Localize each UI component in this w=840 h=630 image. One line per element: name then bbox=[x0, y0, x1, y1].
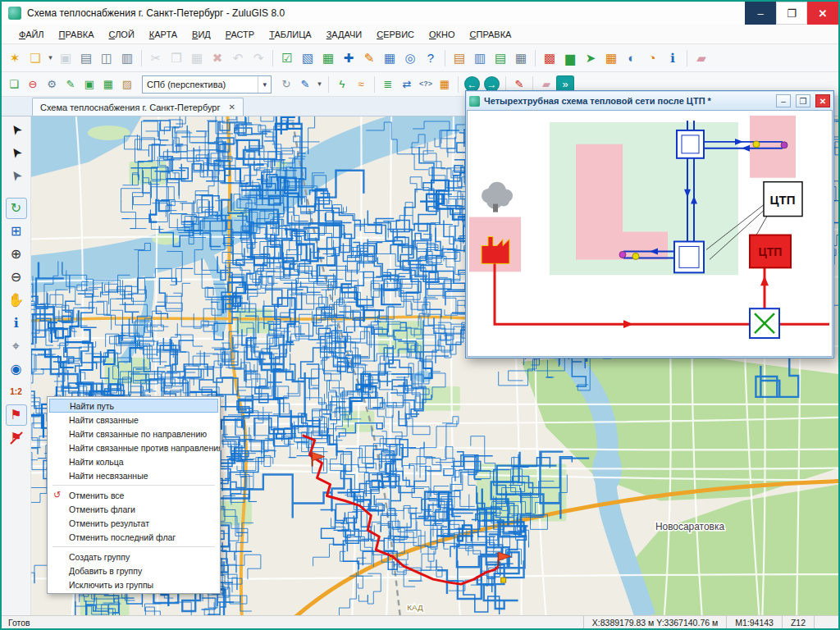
eraser-icon[interactable]: ▰ bbox=[692, 48, 711, 68]
table-orange-icon[interactable]: ▦ bbox=[436, 75, 454, 94]
save-icon[interactable]: ▣ bbox=[56, 48, 75, 68]
import-sheet-icon[interactable]: ▤ bbox=[491, 48, 510, 68]
context-menu-item[interactable]: Найти кольца bbox=[48, 454, 220, 468]
report-icon[interactable]: ▤ bbox=[450, 48, 469, 68]
context-menu-item[interactable]: Отменить результат bbox=[48, 516, 220, 530]
survey-tool-icon[interactable]: ⌖ bbox=[6, 336, 27, 357]
delete-icon[interactable]: ✖ bbox=[208, 48, 227, 68]
edit-layer-icon[interactable]: ✎ bbox=[62, 75, 80, 94]
scheme-maximize-button[interactable]: ❐ bbox=[796, 94, 810, 107]
clock-icon[interactable]: ◔ bbox=[642, 48, 662, 68]
draw-pen-icon[interactable]: ✎ bbox=[296, 75, 314, 94]
scheme-floating-window[interactable]: Четырехтрубная схема тепловой сети после… bbox=[465, 90, 834, 358]
scheme-title-bar[interactable]: Четырехтрубная схема тепловой сети после… bbox=[467, 92, 833, 110]
edit-table-icon[interactable]: ▣ bbox=[80, 75, 98, 94]
pointer-tool-icon[interactable]: ➤ bbox=[6, 119, 27, 140]
code-icon[interactable]: <?> bbox=[417, 75, 435, 94]
new-map-icon[interactable]: ✶ bbox=[5, 48, 25, 68]
select-node-tool-icon[interactable]: ➤ bbox=[6, 165, 27, 186]
select-object-tool-icon[interactable]: ➤ bbox=[6, 142, 27, 163]
context-menu-item[interactable]: Найти связанные против направления bbox=[48, 441, 220, 454]
menu-item[interactable]: КАРТА bbox=[142, 26, 185, 43]
info-tool-icon[interactable]: ℹ bbox=[6, 313, 27, 334]
paste-icon[interactable]: ▦ bbox=[187, 48, 207, 68]
list-icon[interactable]: ≣ bbox=[379, 75, 397, 94]
pan-tool-icon[interactable]: ✋ bbox=[6, 290, 27, 311]
new-table-icon[interactable]: ▦ bbox=[318, 48, 338, 68]
menu-item[interactable]: ТАБЛИЦА bbox=[262, 26, 319, 43]
menu-item[interactable]: ПРАВКА bbox=[52, 26, 102, 43]
minimize-button[interactable]: – bbox=[745, 2, 776, 25]
sync-layer-icon[interactable]: ↻ bbox=[277, 75, 295, 94]
edit-mode-icon[interactable]: ✎ bbox=[359, 48, 379, 68]
map-tab[interactable]: Схема теплоснабжения г. Санкт-Петербург … bbox=[32, 98, 244, 116]
modules-icon[interactable]: ▩ bbox=[540, 48, 559, 68]
redo-icon[interactable]: ↷ bbox=[249, 48, 268, 68]
attribute-table-icon[interactable]: ▦ bbox=[380, 48, 399, 68]
context-menu-item[interactable]: Добавить в группу bbox=[48, 564, 220, 578]
run-task-icon[interactable]: ➤ bbox=[581, 48, 600, 68]
context-menu-item[interactable]: Найти путь bbox=[49, 399, 218, 413]
select-graph-icon[interactable]: ϟ bbox=[333, 75, 351, 94]
unflag-tool-icon[interactable]: ⚑ bbox=[6, 427, 27, 449]
context-menu-item[interactable]: Исключить из группы bbox=[48, 578, 220, 591]
export-sheet-icon[interactable]: ▥ bbox=[470, 48, 490, 68]
menu-item[interactable]: ФАЙЛ bbox=[11, 26, 52, 43]
menu-item[interactable]: СЕРВИС bbox=[369, 26, 422, 43]
flag-path-tool-icon[interactable]: ⚑ bbox=[6, 404, 27, 426]
close-button[interactable]: ✕ bbox=[807, 2, 838, 25]
remove-layer-icon[interactable]: ⊖ bbox=[24, 75, 42, 94]
palette-icon[interactable]: ▨ bbox=[118, 75, 136, 94]
maximize-button[interactable]: ❐ bbox=[776, 2, 807, 25]
layers-check-icon[interactable]: ☑ bbox=[277, 48, 297, 68]
context-menu-item[interactable]: Найти связанные по направлению bbox=[48, 427, 220, 441]
context-menu-item[interactable]: ↺Отменить все bbox=[48, 488, 220, 502]
menu-item[interactable]: СПРАВКА bbox=[463, 26, 519, 43]
open-dropdown-icon[interactable]: ▾ bbox=[46, 48, 55, 68]
layers-icon[interactable]: ▧ bbox=[298, 48, 317, 68]
menu-item[interactable]: РАСТР bbox=[218, 26, 262, 43]
zoom-out-tool-icon[interactable]: ⊖ bbox=[6, 267, 27, 288]
context-menu-item[interactable]: Отменить флаги bbox=[48, 502, 220, 516]
export-view-icon[interactable]: ▥ bbox=[117, 48, 137, 68]
navigator-tool-icon[interactable]: ◉ bbox=[6, 358, 27, 380]
print-icon[interactable]: ▤ bbox=[76, 48, 96, 68]
print-sheet-icon[interactable]: ▦ bbox=[511, 48, 531, 68]
query-icon[interactable]: ◎ bbox=[400, 48, 420, 68]
context-menu-item[interactable]: Отменить последний флаг bbox=[48, 530, 220, 544]
refresh-tool-icon[interactable]: ↻ bbox=[6, 198, 27, 219]
layer-props-icon[interactable]: ⚙ bbox=[43, 75, 61, 94]
menu-item[interactable]: ОКНО bbox=[422, 26, 462, 43]
open-folder-icon[interactable]: ❏ bbox=[25, 48, 45, 68]
print-preview-icon[interactable]: ◫ bbox=[97, 48, 116, 68]
pen-dropdown-icon[interactable]: ▾ bbox=[315, 75, 324, 94]
table-sync-icon[interactable]: ▦ bbox=[601, 48, 621, 68]
scheme-close-button[interactable]: ✕ bbox=[815, 94, 830, 107]
grid-icon[interactable]: ▦ bbox=[99, 75, 117, 94]
measure-globe-icon[interactable]: ◐ bbox=[622, 48, 641, 68]
copy-icon[interactable]: ❐ bbox=[167, 48, 186, 68]
scheme-diagram[interactable]: ЦТП ЦТП bbox=[467, 110, 833, 357]
menu-item[interactable]: СЛОЙ bbox=[102, 26, 142, 43]
chart-icon[interactable]: ▆ bbox=[560, 48, 580, 68]
cut-icon[interactable]: ✂ bbox=[146, 48, 166, 68]
context-menu-item[interactable]: Найти связанные bbox=[48, 413, 220, 427]
context-menu-item[interactable]: Найти несвязанные bbox=[48, 468, 220, 482]
undo-icon[interactable]: ↶ bbox=[228, 48, 248, 68]
new-map-window-icon[interactable]: ✚ bbox=[339, 48, 358, 68]
swap-icon[interactable]: ⇄ bbox=[398, 75, 416, 94]
fit-extent-tool-icon[interactable]: ⊞ bbox=[6, 221, 27, 242]
context-menu-item[interactable]: Создать группу bbox=[48, 550, 220, 564]
help-icon[interactable]: ? bbox=[421, 48, 441, 68]
tab-close-icon[interactable]: ✕ bbox=[228, 103, 235, 112]
menu-item[interactable]: ВИД bbox=[185, 26, 218, 43]
scheme-minimize-button[interactable]: – bbox=[776, 94, 791, 107]
scale-tool-icon[interactable]: 1:2 bbox=[6, 381, 27, 403]
menu-item[interactable]: ЗАДАЧИ bbox=[319, 26, 370, 43]
zoom-in-tool-icon[interactable]: ⊕ bbox=[6, 244, 27, 265]
measure-path-icon[interactable]: ≈ bbox=[352, 75, 370, 94]
layer-combo[interactable]: СПб (перспектива) ▾ bbox=[142, 75, 272, 94]
add-layer-icon[interactable]: ❏ bbox=[5, 75, 23, 94]
info-badge-icon[interactable]: ℹ bbox=[663, 48, 682, 68]
toolbar-separator bbox=[687, 50, 687, 66]
